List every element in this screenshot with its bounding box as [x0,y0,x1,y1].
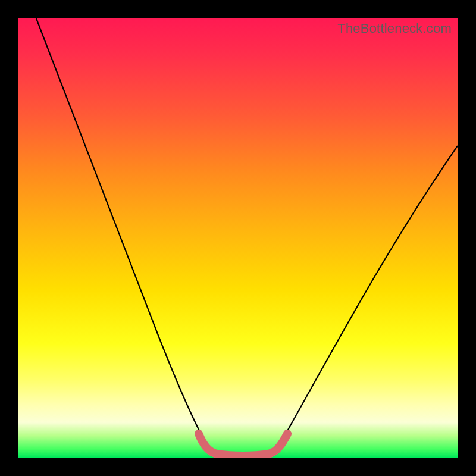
chart-frame: TheBottleneck.com [0,0,476,476]
curve-layer [18,18,458,458]
bottleneck-curve [36,18,458,456]
attribution-text: TheBottleneck.com [337,21,452,36]
highlight-valley [199,434,287,456]
plot-area: TheBottleneck.com [18,18,458,458]
